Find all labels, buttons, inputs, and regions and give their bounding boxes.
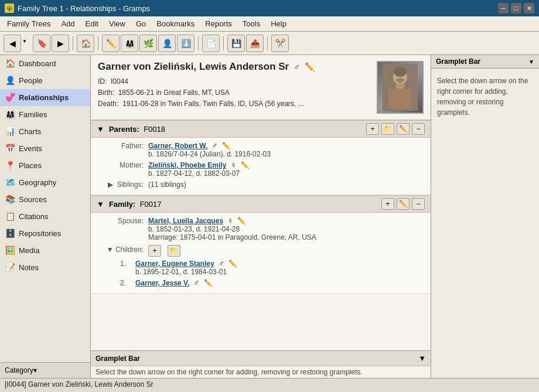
sidebar-item-families[interactable]: 👨‍👩‍👧Families bbox=[0, 106, 90, 123]
tree-button[interactable]: 🌿 bbox=[139, 35, 157, 52]
sidebar-label-geography: Geography bbox=[19, 178, 56, 187]
family-remove-button[interactable]: − bbox=[412, 198, 425, 210]
sidebar-item-geography[interactable]: 🗺️Geography bbox=[0, 174, 90, 191]
back-button[interactable]: ◀ bbox=[4, 35, 21, 52]
spouse-link[interactable]: Martel, Luella Jacques bbox=[148, 217, 223, 225]
father-dates: b. 1826/7-04-24 (Julian), d. 1916-02-03 bbox=[148, 150, 425, 158]
menu-item-add[interactable]: Add bbox=[56, 18, 79, 29]
family-content: Spouse: Martel, Luella Jacques ♀ ✏️ b. 1… bbox=[91, 213, 431, 294]
sidebar-icon-citations: 📋 bbox=[5, 211, 15, 221]
minimize-button[interactable]: ─ bbox=[498, 3, 509, 13]
person-name-row: Garner von Zieliński, Lewis Anderson Sr … bbox=[98, 61, 371, 73]
toolbar-separator-4 bbox=[223, 36, 224, 50]
import-button[interactable]: ⬇️ bbox=[177, 35, 195, 52]
parents-select-button[interactable]: 📁 bbox=[381, 123, 394, 135]
family-section-label: Family: F0017 bbox=[109, 200, 377, 209]
back-dropdown[interactable]: ▼ bbox=[22, 39, 32, 48]
sidebar-item-people[interactable]: 👤People bbox=[0, 72, 90, 89]
sidebar-item-citations[interactable]: 📋Citations bbox=[0, 208, 90, 225]
menu-item-edit[interactable]: Edit bbox=[81, 18, 103, 29]
edit-person-button[interactable]: ✏️ bbox=[102, 35, 120, 52]
sidebar-item-events[interactable]: 📅Events bbox=[0, 140, 90, 157]
sidebar-icon-sources: 📚 bbox=[5, 194, 15, 204]
family-button[interactable]: 👨‍👩‍👧 bbox=[121, 35, 138, 52]
spouse-label: Spouse: bbox=[103, 216, 144, 225]
mother-edit-icon[interactable]: ✏️ bbox=[241, 161, 250, 169]
child-2-edit-icon[interactable]: ✏️ bbox=[204, 279, 213, 287]
menu-item-reports[interactable]: Reports bbox=[200, 18, 237, 29]
family-section-header[interactable]: ▼ Family: F0017 + ✏️ − bbox=[91, 195, 431, 213]
save-button[interactable]: 💾 bbox=[227, 35, 245, 52]
children-add-button[interactable]: + bbox=[148, 245, 161, 257]
right-panel-header: Gramplet Bar ▼ bbox=[431, 55, 539, 69]
parents-remove-button[interactable]: − bbox=[412, 123, 425, 135]
home-button[interactable]: 🏠 bbox=[77, 35, 94, 52]
children-select-button[interactable]: 📁 bbox=[168, 245, 180, 257]
sidebar-category-button[interactable]: Category▾ bbox=[0, 362, 90, 378]
mother-link[interactable]: Zieliński, Phoebe Emily bbox=[148, 161, 226, 169]
sidebar-icon-people: 👤 bbox=[5, 75, 15, 86]
bookmark-button[interactable]: 🔖 bbox=[33, 35, 50, 52]
menu-item-view[interactable]: View bbox=[104, 18, 130, 29]
family-edit-button[interactable]: ✏️ bbox=[397, 198, 410, 210]
sidebar-icon-charts: 📊 bbox=[5, 126, 15, 137]
menu-item-go[interactable]: Go bbox=[131, 18, 151, 29]
mother-dates: b. 1827-04-12, d. 1882-03-07 bbox=[148, 169, 425, 178]
child-1-edit-icon[interactable]: ✏️ bbox=[228, 260, 237, 268]
sidebar-item-charts[interactable]: 📊Charts bbox=[0, 123, 90, 140]
parents-add-button[interactable]: + bbox=[366, 123, 379, 135]
sidebar-icon-dashboard: 🏠 bbox=[5, 58, 15, 69]
sidebar-item-repositories[interactable]: 🗄️Repositories bbox=[0, 225, 90, 242]
svg-rect-2 bbox=[388, 88, 412, 109]
toolbar: ◀ ▼ 🔖 ▶ 🏠 ✏️ 👨‍👩‍👧 🌿 👤 ⬇️ 📄 💾 📤 ✂️ bbox=[0, 32, 539, 55]
close-button[interactable]: ✕ bbox=[524, 3, 534, 13]
relationships-content[interactable]: ▼ Parents: F0018 + 📁 ✏️ − Father: bbox=[91, 120, 431, 350]
marriage-info: Marriage: 1875-04-01 in Paragould, Green… bbox=[148, 233, 425, 241]
child-1-dates: b. 1895-12-01, d. 1984-03-01 bbox=[135, 268, 425, 276]
sidebar-item-places[interactable]: 📍Places bbox=[0, 157, 90, 174]
parents-section-header[interactable]: ▼ Parents: F0018 + 📁 ✏️ − bbox=[91, 120, 431, 138]
mother-gender: ♀ bbox=[231, 161, 237, 169]
sidebar-item-sources[interactable]: 📚Sources bbox=[0, 191, 90, 208]
person-photo bbox=[377, 61, 424, 114]
right-panel-chevron[interactable]: ▼ bbox=[528, 59, 534, 65]
sidebar-item-notes[interactable]: 📝Notes bbox=[0, 259, 90, 276]
export-button[interactable]: 📤 bbox=[246, 35, 264, 52]
menu-bar: Family TreesAddEditViewGoBookmarksReport… bbox=[0, 16, 539, 32]
title-bar-left: 🌳 Family Tree 1 - Relationships - Gramps bbox=[5, 4, 150, 13]
toolbar-separator-2 bbox=[98, 36, 98, 50]
person-info: Garner von Zieliński, Lewis Anderson Sr … bbox=[98, 61, 371, 110]
mother-content: Zieliński, Phoebe Emily ♀ ✏️ b. 1827-04-… bbox=[148, 161, 425, 178]
family-add-button[interactable]: + bbox=[381, 198, 394, 210]
sidebar-item-media[interactable]: 🖼️Media bbox=[0, 242, 90, 259]
siblings-expand-icon[interactable]: ▶ bbox=[108, 180, 113, 189]
maximize-button[interactable]: □ bbox=[511, 3, 521, 13]
menu-item-tools[interactable]: Tools bbox=[238, 18, 265, 29]
person-header: Garner von Zieliński, Lewis Anderson Sr … bbox=[91, 55, 431, 120]
parents-edit-button[interactable]: ✏️ bbox=[397, 123, 410, 135]
spouse-dates: b. 1852-01-23, d. 1921-04-28 bbox=[148, 225, 425, 233]
mother-row: Mother: Zieliński, Phoebe Emily ♀ ✏️ b. … bbox=[103, 161, 425, 178]
child-1-link[interactable]: Garner, Eugene Stanley bbox=[135, 260, 214, 268]
sidebar-icon-geography: 🗺️ bbox=[5, 177, 15, 188]
sidebar-icon-events: 📅 bbox=[5, 143, 15, 154]
children-header-row: ▼ Children: + 📁 bbox=[103, 245, 425, 257]
person-edit-icon[interactable]: ✏️ bbox=[305, 62, 315, 71]
person-button[interactable]: 👤 bbox=[158, 35, 176, 52]
child-2-link[interactable]: Garner, Jesse V. bbox=[135, 279, 189, 287]
children-collapse-icon: ▼ bbox=[107, 246, 114, 254]
spouse-edit-icon[interactable]: ✏️ bbox=[237, 217, 246, 225]
sidebar-item-relationships[interactable]: 💞Relationships bbox=[0, 89, 90, 106]
father-link[interactable]: Garner, Robert W. bbox=[148, 142, 207, 150]
forward-button[interactable]: ▶ bbox=[52, 35, 69, 52]
sidebar-label-charts: Charts bbox=[19, 127, 41, 136]
document-button[interactable]: 📄 bbox=[202, 35, 220, 52]
cut-button[interactable]: ✂️ bbox=[271, 35, 289, 52]
menu-item-help[interactable]: Help bbox=[266, 18, 291, 29]
gramplet-bar-bottom-chevron[interactable]: ▼ bbox=[418, 354, 426, 363]
father-edit-icon[interactable]: ✏️ bbox=[222, 142, 231, 150]
sidebar-item-dashboard[interactable]: 🏠Dashboard bbox=[0, 55, 90, 72]
sidebar-icon-repositories: 🗄️ bbox=[5, 228, 15, 238]
menu-item-bookmarks[interactable]: Bookmarks bbox=[152, 18, 199, 29]
menu-item-family-trees[interactable]: Family Trees bbox=[2, 18, 55, 29]
